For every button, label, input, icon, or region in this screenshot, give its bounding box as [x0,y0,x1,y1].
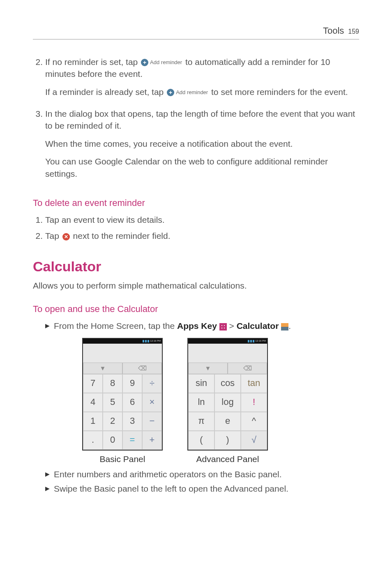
step-2: 2. If no reminder is set, tap + Add remi… [33,56,359,104]
key-0[interactable]: 0 [103,431,122,450]
bullet-icon: ▶ [45,322,50,330]
add-reminder-button[interactable]: + Add reminder [141,59,182,66]
step-number: 1. [33,214,43,226]
step-number: 2. [33,230,43,242]
key-tan[interactable]: tan [241,374,267,393]
step-3-para-2: When the time comes, you receive a notif… [45,138,359,150]
key-divide[interactable]: ÷ [142,374,162,393]
key-dot[interactable]: . [83,431,103,450]
calc-display[interactable] [188,344,267,363]
key-sqrt[interactable]: √ [241,431,267,450]
step-number: 2. [33,56,43,104]
key-plus[interactable]: + [142,431,162,450]
key-6[interactable]: 6 [122,393,142,412]
key-ln[interactable]: ln [188,393,214,412]
open-calculator-instruction: ▶ From the Home Screen, tap the Apps Key… [45,320,359,332]
key-3[interactable]: 3 [122,412,142,431]
plus-icon: + [167,89,174,96]
basic-panel-column: 12:16 PM ▼ ⌫ 7 8 9 ÷ 4 5 6 × 1 2 3 − . 0 [82,338,163,465]
page-header: Tools 159 [33,25,359,39]
key-power[interactable]: ^ [241,412,267,431]
plus-icon: + [141,59,148,66]
status-bar: 12:16 PM [188,339,267,344]
key-e[interactable]: e [214,412,241,431]
delete-reminder-button[interactable]: ✕ [62,233,70,240]
calculator-screenshots: 12:16 PM ▼ ⌫ 7 8 9 ÷ 4 5 6 × 1 2 3 − . 0 [82,338,359,465]
advanced-panel-column: 12:16 PM ▼ ⌫ sin cos tan ln log ! π e ^ … [187,338,268,465]
key-pi[interactable]: π [188,412,214,431]
calculator-icon[interactable] [281,323,288,331]
basic-panel-label: Basic Panel [82,453,163,465]
step-number: 3. [33,108,43,185]
key-lparen[interactable]: ( [188,431,214,450]
key-1[interactable]: 1 [83,412,103,431]
backspace-button[interactable]: ⌫ [228,363,267,374]
key-factorial[interactable]: ! [241,393,267,412]
dropdown-button[interactable]: ▼ [188,363,228,374]
header-page-number: 159 [348,27,359,36]
close-icon: ✕ [62,233,70,240]
step-2-para-2: If a reminder is already set, tap + Add … [45,86,359,98]
add-reminder-label: Add reminder [150,59,182,66]
calculator-label: Calculator [237,321,279,331]
add-reminder-button[interactable]: + Add reminder [167,89,208,96]
key-multiply[interactable]: × [142,393,162,412]
bullet-icon: ▶ [45,470,50,478]
advanced-panel-phone: 12:16 PM ▼ ⌫ sin cos tan ln log ! π e ^ … [187,338,268,451]
calc-display[interactable] [83,344,162,363]
bullet-icon: ▶ [45,485,50,493]
basic-panel-phone: 12:16 PM ▼ ⌫ 7 8 9 ÷ 4 5 6 × 1 2 3 − . 0 [82,338,163,451]
dropdown-button[interactable]: ▼ [83,363,122,374]
apps-key-label: Apps Key [177,321,217,331]
step-3-para-3: You can use Google Calendar on the web t… [45,155,359,180]
key-minus[interactable]: − [142,412,162,431]
add-reminder-label: Add reminder [176,89,208,96]
advanced-keypad: sin cos tan ln log ! π e ^ ( ) √ [188,374,267,450]
key-5[interactable]: 5 [103,393,122,412]
delete-step-2: 2. Tap ✕ next to the reminder field. [33,230,359,242]
key-rparen[interactable]: ) [214,431,241,450]
key-8[interactable]: 8 [103,374,122,393]
delete-step-1-text: Tap an event to view its details. [45,214,359,226]
key-log[interactable]: log [214,393,241,412]
calculator-heading: Calculator [33,257,359,277]
key-equals[interactable]: = [122,431,142,450]
key-cos[interactable]: cos [214,374,241,393]
basic-keypad: 7 8 9 ÷ 4 5 6 × 1 2 3 − . 0 = + [83,374,162,450]
instruction-bullet-2: ▶ Swipe the Basic panel to the left to o… [45,483,359,495]
key-2[interactable]: 2 [103,412,122,431]
key-4[interactable]: 4 [83,393,103,412]
apps-key-icon[interactable] [219,323,227,331]
backspace-button[interactable]: ⌫ [122,363,162,374]
status-bar: 12:16 PM [83,339,162,344]
step-3-para-1: In the dialog box that opens, tap the le… [45,108,359,132]
key-sin[interactable]: sin [188,374,214,393]
open-calculator-heading: To open and use the Calculator [33,303,359,316]
advanced-panel-label: Advanced Panel [187,453,268,465]
instruction-bullet-1: ▶ Enter numbers and arithmetic operators… [45,468,359,480]
step-3: 3. In the dialog box that opens, tap the… [33,108,359,185]
delete-reminder-heading: To delete an event reminder [33,197,359,210]
step-2-para-1: If no reminder is set, tap + Add reminde… [45,56,359,80]
header-section: Tools [323,25,344,37]
key-9[interactable]: 9 [122,374,142,393]
delete-step-1: 1. Tap an event to view its details. [33,214,359,226]
key-7[interactable]: 7 [83,374,103,393]
calculator-intro: Allows you to perform simple mathematica… [33,280,359,291]
